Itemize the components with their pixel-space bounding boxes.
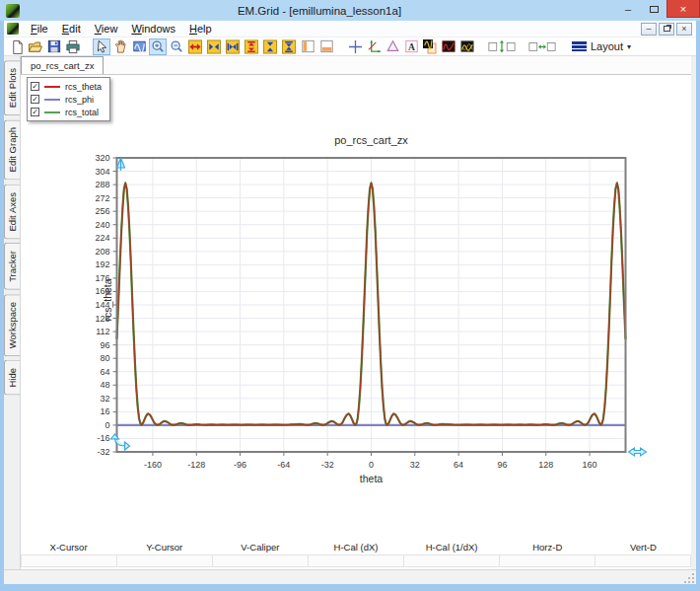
- svg-text:32: 32: [410, 460, 420, 470]
- readout-header-h-cal-dx: H-Cal (dX): [308, 542, 403, 554]
- compress-y-icon[interactable]: [280, 38, 298, 55]
- svg-text:256: 256: [95, 206, 109, 216]
- mdi-minimize-button[interactable]: –: [641, 23, 657, 36]
- menu-view[interactable]: View: [88, 22, 125, 36]
- legend-checkbox-rcs_phi[interactable]: ✓: [31, 95, 39, 104]
- svg-text:-64: -64: [277, 460, 290, 470]
- readout-header-v-caliper: V-Caliper: [212, 542, 308, 554]
- chevron-down-icon: ▾: [627, 42, 631, 51]
- menu-file[interactable]: File: [24, 22, 55, 36]
- zoom-in-icon[interactable]: [149, 38, 167, 55]
- scale-handle-bottom-right[interactable]: [629, 448, 647, 456]
- document-logo-icon: [7, 23, 19, 35]
- sidebar-item-edit-graph[interactable]: Edit Graph: [4, 119, 20, 180]
- svg-text:96: 96: [497, 460, 507, 470]
- resize-grip[interactable]: [684, 572, 695, 583]
- window-title: EM.Grid - [emillumina_lesson1a]: [24, 5, 615, 17]
- readout-header-x-cursor: X-Cursor: [21, 542, 116, 554]
- autoscale-y-icon[interactable]: [261, 38, 279, 55]
- sidebar-item-tracker[interactable]: Tracker: [4, 243, 20, 290]
- x-strip-icon[interactable]: [317, 38, 335, 55]
- title-bar: EM.Grid - [emillumina_lesson1a] – ×: [0, 0, 700, 21]
- readout-value-v-caliper: [213, 555, 309, 566]
- print-icon[interactable]: [64, 38, 82, 55]
- zoom-box-icon[interactable]: [130, 38, 148, 55]
- legend-checkbox-rcs_theta[interactable]: ✓: [31, 82, 39, 91]
- menu-windows[interactable]: Windows: [124, 22, 182, 36]
- scale-handle-bottom-left[interactable]: [111, 434, 130, 450]
- legend-line-sample: [44, 86, 60, 88]
- sidebar: Edit Plots Edit Graph Edit Axes Tracker …: [4, 56, 21, 569]
- tracker-axes-icon[interactable]: [365, 38, 383, 55]
- svg-text:0: 0: [369, 460, 374, 470]
- svg-text:128: 128: [95, 314, 109, 324]
- legend-checkbox-rcs_total[interactable]: ✓: [31, 108, 39, 116]
- scale-handle-top-left[interactable]: [117, 158, 125, 171]
- compress-x-icon[interactable]: [224, 38, 242, 55]
- svg-text:-96: -96: [234, 460, 246, 470]
- svg-text:96: 96: [100, 340, 109, 350]
- full-scale-x-icon[interactable]: [186, 38, 204, 55]
- legend-row-rcs_total: ✓rcs_total: [31, 107, 102, 117]
- legend-label: rcs_total: [65, 108, 99, 117]
- cross-cursor-icon[interactable]: [346, 38, 364, 55]
- menu-help[interactable]: Help: [182, 22, 219, 36]
- readout-header-vert-d: Vert-D: [595, 542, 691, 554]
- caliper-triangle-icon[interactable]: [384, 38, 401, 55]
- readout-value-h-cal-1dx: [404, 555, 500, 566]
- select-cursor-icon[interactable]: [93, 38, 110, 55]
- svg-text:160: 160: [95, 286, 109, 296]
- toolbar: A Layout ▾: [4, 37, 696, 56]
- chart-plot-area[interactable]: -32-160163248648096112128144160176192208…: [21, 75, 691, 539]
- menu-edit[interactable]: Edit: [55, 22, 88, 36]
- layout-menu-button[interactable]: Layout ▾: [568, 40, 635, 52]
- svg-text:240: 240: [95, 220, 109, 230]
- open-folder-icon[interactable]: [27, 38, 44, 55]
- text-annotation-icon[interactable]: A: [402, 38, 420, 55]
- svg-text:-32: -32: [97, 447, 109, 457]
- full-scale-y-icon[interactable]: [243, 38, 260, 55]
- maximize-button[interactable]: [641, 0, 666, 18]
- mdi-close-button[interactable]: ×: [676, 23, 692, 36]
- new-file-icon[interactable]: [8, 38, 26, 55]
- minimize-button[interactable]: –: [615, 0, 641, 18]
- new-graph-page-icon[interactable]: [421, 38, 439, 55]
- layout-icon: [572, 41, 587, 51]
- graph-canvas[interactable]: po_rcs_cart_zx rcs_theta theta -32-16016…: [21, 75, 691, 539]
- readout-value-vert-d: [595, 555, 691, 566]
- readout-value-x-cursor: [21, 555, 117, 566]
- y-strip-icon[interactable]: [299, 38, 316, 55]
- sidebar-item-edit-plots[interactable]: Edit Plots: [4, 60, 20, 115]
- cursor-readout-bar: X-Cursor Y-Cursor V-Caliper H-Cal (dX) H…: [21, 539, 691, 569]
- readout-value-h-cal-dx: [309, 555, 404, 566]
- mdi-restore-button[interactable]: [659, 23, 674, 36]
- right-gutter: [691, 56, 696, 569]
- autoscale-x-icon[interactable]: [205, 38, 223, 55]
- svg-text:272: 272: [95, 193, 109, 203]
- overlay-plots-icon[interactable]: [458, 38, 476, 55]
- svg-text:16: 16: [100, 406, 109, 416]
- app-logo-icon: [6, 4, 20, 18]
- layout-label: Layout: [591, 40, 623, 52]
- close-button[interactable]: ×: [666, 0, 700, 18]
- pan-hand-icon[interactable]: [111, 38, 129, 55]
- tile-horizontal-icon[interactable]: [527, 38, 557, 55]
- readout-value-horz-d: [500, 555, 595, 566]
- legend-label: rcs_phi: [65, 95, 94, 105]
- sidebar-item-hide[interactable]: Hide: [4, 360, 20, 396]
- document-tab-bar: po_rcs_cart_zx: [21, 56, 691, 75]
- svg-text:304: 304: [95, 167, 109, 177]
- sidebar-item-workspace[interactable]: Workspace: [4, 294, 20, 356]
- svg-text:144: 144: [95, 300, 109, 310]
- zoom-out-icon[interactable]: [168, 38, 185, 55]
- window-bottom-border: [0, 584, 700, 591]
- sidebar-item-edit-axes[interactable]: Edit Axes: [4, 185, 20, 240]
- tile-vertical-icon[interactable]: [487, 38, 517, 55]
- legend-line-sample: [44, 111, 60, 113]
- tab-po-rcs-cart-zx[interactable]: po_rcs_cart_zx: [21, 56, 104, 74]
- edit-plot-icon[interactable]: [440, 38, 457, 55]
- svg-text:128: 128: [538, 460, 553, 470]
- svg-text:48: 48: [100, 380, 109, 390]
- readout-header-h-cal-1dx: H-Cal (1/dX): [404, 542, 500, 554]
- save-icon[interactable]: [45, 38, 63, 55]
